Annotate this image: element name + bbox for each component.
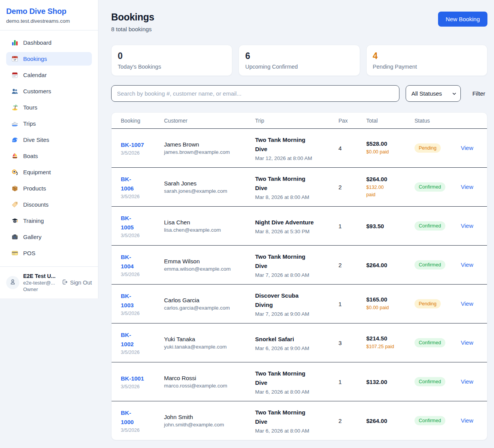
sidebar-item-tours[interactable]: Tours <box>6 101 92 114</box>
sidebar-item-training[interactable]: Training <box>6 214 92 227</box>
sidebar-item-boats[interactable]: Boats <box>6 149 92 163</box>
view-cell: View <box>461 417 478 424</box>
filter-row: All Statuses Filter <box>111 85 487 102</box>
booking-id-link[interactable]: BK- 1002 <box>121 330 134 349</box>
sidebar-item-pos[interactable]: POS <box>6 246 92 260</box>
paid-amount: $0.00 paid <box>366 148 410 156</box>
user-info: E2E Test U... e2e-tester@... Owner <box>23 273 58 292</box>
customer-name: Marco Rossi <box>164 375 250 381</box>
view-link[interactable]: View <box>461 417 473 424</box>
view-cell: View <box>461 378 478 385</box>
view-link[interactable]: View <box>461 261 473 268</box>
user-icon <box>9 278 17 287</box>
booking-cell: BK- 10043/5/2026 <box>121 253 164 277</box>
total-cell: $93.50 <box>366 223 414 229</box>
table-row: BK- 10023/5/2026Yuki Tanakayuki.tanaka@e… <box>112 323 487 362</box>
table-row: BK- 10003/5/2026John Smithjohn.smith@exa… <box>112 401 487 440</box>
column-header-status: Status <box>414 118 461 124</box>
boats-icon <box>11 152 19 160</box>
trip-cell: Two Tank Morning DiveMar 8, 2026 at 8:00… <box>255 174 338 200</box>
customer-name: Lisa Chen <box>164 219 250 226</box>
booking-id-link[interactable]: BK- 1005 <box>121 214 134 232</box>
booking-id-link[interactable]: BK- 1006 <box>121 175 134 193</box>
booking-id-link[interactable]: BK-1001 <box>121 374 144 383</box>
new-booking-button[interactable]: New Booking <box>438 12 487 27</box>
total-cell: $528.00$0.00 paid <box>366 140 414 156</box>
booking-id-link[interactable]: BK- 1003 <box>121 291 134 310</box>
table-body: BK-10073/5/2026James Brownjames.brown@ex… <box>112 129 487 440</box>
sidebar-item-label: Tours <box>23 104 37 111</box>
total-amount: $214.50 <box>366 335 410 342</box>
customer-email: lisa.chen@example.com <box>164 227 250 233</box>
table-row: BK-10013/5/2026Marco Rossimarco.rossi@ex… <box>112 362 487 401</box>
booking-date: 3/5/2026 <box>121 350 159 355</box>
sign-out-label: Sign Out <box>70 280 92 286</box>
sidebar-item-bookings[interactable]: 17Bookings <box>6 52 92 66</box>
sidebar-item-dashboard[interactable]: Dashboard <box>6 36 92 49</box>
title-block: Bookings 8 total bookings <box>111 12 154 32</box>
trip-cell: Two Tank Morning DiveMar 7, 2026 at 8:00… <box>255 252 338 278</box>
column-header-total: Total <box>366 118 414 124</box>
page-header: Bookings 8 total bookings New Booking <box>111 12 487 32</box>
sidebar-item-customers[interactable]: Customers <box>6 84 92 98</box>
sidebar-item-trips[interactable]: Trips <box>6 117 92 130</box>
shop-domain: demo.test.divestreams.com <box>6 18 92 24</box>
trip-datetime: Mar 6, 2026 at 8:00 AM <box>255 428 334 434</box>
dive-sites-icon <box>11 136 19 143</box>
customer-cell: James Brownjames.brown@example.com <box>164 141 255 155</box>
view-link[interactable]: View <box>461 222 473 229</box>
view-cell: View <box>461 145 478 152</box>
sidebar-item-label: Bookings <box>23 56 47 62</box>
view-link[interactable]: View <box>461 184 473 190</box>
customer-email: james.brown@example.com <box>164 149 250 155</box>
sidebar-item-discounts[interactable]: Discounts <box>6 198 92 211</box>
trip-name: Snorkel Safari <box>255 335 334 344</box>
booking-date: 3/5/2026 <box>121 384 159 389</box>
sidebar-item-label: POS <box>23 250 36 256</box>
view-link[interactable]: View <box>461 300 473 307</box>
status-cell: Confirmed <box>414 416 461 425</box>
total-amount: $264.00 <box>366 176 410 182</box>
pax-count: 1 <box>338 379 366 385</box>
paid-amount: $0.00 paid <box>366 304 410 312</box>
customer-cell: Marco Rossimarco.rossi@example.com <box>164 375 255 389</box>
trip-name: Two Tank Morning Dive <box>255 408 334 426</box>
trip-datetime: Mar 6, 2026 at 9:00 AM <box>255 345 334 351</box>
status-badge: Confirmed <box>414 338 445 347</box>
booking-date: 3/5/2026 <box>121 194 159 199</box>
booking-id-link[interactable]: BK- 1004 <box>121 253 134 271</box>
status-badge: Confirmed <box>414 182 445 192</box>
booking-date: 3/5/2026 <box>121 428 159 433</box>
customer-name: Carlos Garcia <box>164 297 250 303</box>
sidebar-item-calendar[interactable]: Calendar <box>6 68 92 82</box>
sign-out-button[interactable]: Sign Out <box>61 279 92 286</box>
customer-cell: Emma Wilsonemma.wilson@example.com <box>164 258 255 272</box>
booking-id-link[interactable]: BK-1007 <box>121 140 144 149</box>
booking-cell: BK- 10023/5/2026 <box>121 330 164 355</box>
sidebar-item-gallery[interactable]: Gallery <box>6 230 92 244</box>
sidebar-item-products[interactable]: Products <box>6 182 92 195</box>
total-cell: $264.00 <box>366 262 414 268</box>
trip-name: Discover Scuba Diving <box>255 291 334 310</box>
booking-cell: BK- 10003/5/2026 <box>121 408 164 433</box>
booking-id-link[interactable]: BK- 1000 <box>121 408 134 426</box>
total-amount: $132.00 <box>366 379 410 385</box>
sidebar-item-label: Boats <box>23 153 38 159</box>
view-link[interactable]: View <box>461 378 473 385</box>
column-header-customer: Customer <box>164 118 255 124</box>
sidebar-item-equipment[interactable]: Equipment <box>6 165 92 179</box>
customer-email: marco.rossi@example.com <box>164 383 250 389</box>
calendar-icon <box>11 71 19 79</box>
status-badge: Pending <box>414 299 441 308</box>
trip-cell: Two Tank Morning DiveMar 6, 2026 at 8:00… <box>255 408 338 434</box>
search-input[interactable] <box>111 85 399 102</box>
table-row: BK-10073/5/2026James Brownjames.brown@ex… <box>112 129 487 168</box>
view-link[interactable]: View <box>461 339 473 346</box>
view-link[interactable]: View <box>461 145 473 151</box>
status-badge: Confirmed <box>414 221 445 231</box>
filter-button[interactable]: Filter <box>470 87 487 100</box>
sidebar-item-dive-sites[interactable]: Dive Sites <box>6 133 92 147</box>
status-select[interactable]: All Statuses <box>406 85 461 102</box>
customer-name: Sarah Jones <box>164 180 250 187</box>
status-cell: Confirmed <box>414 260 461 269</box>
